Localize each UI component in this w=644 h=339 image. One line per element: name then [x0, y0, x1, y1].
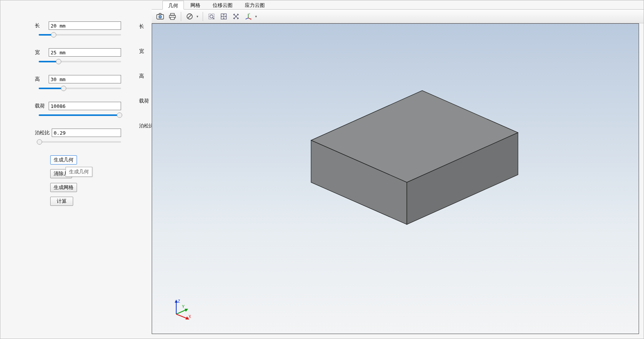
compute-button[interactable]: 计算 — [50, 197, 73, 206]
load-label: 载荷 — [35, 103, 49, 109]
load-input[interactable] — [49, 102, 121, 110]
camera-icon[interactable] — [155, 11, 166, 22]
height-label: 高 — [35, 76, 49, 83]
tab-mesh[interactable]: 网格 — [185, 0, 206, 9]
tooltip: 生成几何 — [66, 167, 92, 177]
svg-line-26 — [176, 314, 188, 319]
svg-line-14 — [246, 18, 248, 19]
geometry-block — [261, 75, 529, 274]
svg-point-9 — [210, 15, 213, 18]
poisson-label: 泊松比 — [35, 129, 52, 136]
print-icon[interactable] — [167, 11, 178, 22]
svg-marker-21 — [175, 300, 178, 303]
viewport-3d[interactable]: Z Y X — [152, 23, 639, 334]
length-input[interactable] — [49, 21, 121, 30]
tab-geometry[interactable]: 几何 — [162, 1, 184, 10]
length-label: 长 — [35, 22, 49, 29]
svg-rect-4 — [170, 13, 174, 15]
forbid-icon[interactable] — [184, 11, 195, 22]
poisson-input[interactable] — [52, 129, 121, 137]
toolbar: ▾ YX ▾ — [152, 10, 644, 23]
poisson-slider[interactable] — [39, 139, 121, 145]
tab-displacement[interactable]: 位移云图 — [207, 0, 238, 9]
axis-triad-icon: Z Y X — [170, 299, 193, 320]
height-input[interactable] — [49, 75, 121, 83]
cross-zoom-icon[interactable] — [231, 11, 241, 22]
svg-line-7 — [188, 15, 192, 18]
svg-text:Z: Z — [178, 299, 180, 303]
width-input[interactable] — [49, 48, 121, 57]
generate-mesh-button[interactable]: 生成网格 — [50, 183, 77, 192]
width-label: 宽 — [35, 49, 49, 56]
generate-geometry-button[interactable]: 生成几何 — [50, 155, 77, 165]
svg-line-23 — [176, 310, 187, 314]
forbid-dropdown-icon[interactable]: ▾ — [195, 15, 200, 18]
svg-text:Y: Y — [182, 305, 185, 309]
svg-rect-5 — [170, 17, 174, 20]
svg-text:Y: Y — [249, 13, 250, 15]
svg-point-2 — [159, 16, 161, 18]
tab-stress[interactable]: 应力云图 — [239, 0, 270, 9]
length-slider[interactable] — [39, 32, 121, 37]
svg-text:X: X — [250, 18, 252, 20]
load-slider[interactable] — [39, 112, 121, 118]
left-panel: 长 宽 高 载荷 泊松比 — [0, 0, 152, 339]
axes-orient-icon[interactable]: YX — [243, 11, 254, 22]
fit-view-icon[interactable] — [218, 11, 229, 22]
zoom-box-icon[interactable] — [206, 11, 217, 22]
svg-text:X: X — [188, 315, 191, 319]
width-slider[interactable] — [39, 59, 121, 64]
axes-dropdown-icon[interactable]: ▾ — [254, 15, 258, 18]
height-slider[interactable] — [39, 86, 121, 91]
center-panel: 几何 网格 位移云图 应力云图 ▾ — [152, 0, 644, 339]
tab-bar: 几何 网格 位移云图 应力云图 — [152, 0, 644, 10]
